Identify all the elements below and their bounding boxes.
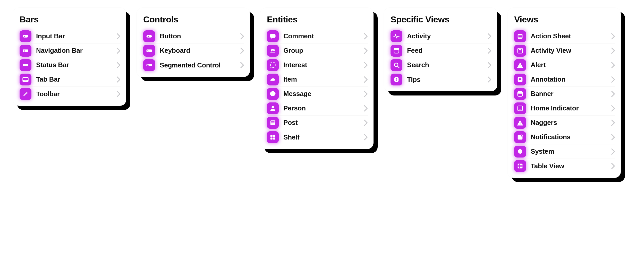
list-item-label: Input Bar <box>36 32 112 40</box>
list-item-tips[interactable]: Tips <box>391 72 492 87</box>
list-item-action-sheet[interactable]: Action Sheet <box>514 29 615 43</box>
list-item-label: Home Indicator <box>531 104 606 112</box>
card-rows: ButtonKeyboardSegmented Control <box>143 29 244 72</box>
input-bar-icon <box>20 30 31 42</box>
chevron-right-icon <box>364 105 368 112</box>
card-entities: EntitiesCommentGroupInterestItemMessageP… <box>260 8 374 149</box>
list-item-label: Shelf <box>283 133 359 141</box>
chevron-right-icon <box>364 47 368 54</box>
list-item-segmented-control[interactable]: Segmented Control <box>143 58 244 72</box>
list-item-tab-bar[interactable]: Tab Bar <box>20 72 121 87</box>
list-item-table-view[interactable]: Table View <box>514 159 615 173</box>
list-item-search[interactable]: Search <box>391 58 492 72</box>
list-item-message[interactable]: Message <box>267 87 368 101</box>
card-controls: ControlsButtonKeyboardSegmented Control <box>137 8 250 77</box>
list-item-label: System <box>531 147 606 155</box>
chevron-right-icon <box>611 163 615 169</box>
list-item-label: Toolbar <box>36 90 112 98</box>
chevron-right-icon <box>487 33 492 40</box>
chevron-right-icon <box>611 105 615 112</box>
chevron-right-icon <box>611 76 615 83</box>
comment-icon <box>267 30 279 42</box>
chevron-right-icon <box>116 91 121 97</box>
list-item-banner[interactable]: Banner <box>514 87 615 101</box>
list-item-naggers[interactable]: Naggers <box>514 116 615 130</box>
chevron-right-icon <box>364 119 368 126</box>
list-item-comment[interactable]: Comment <box>267 29 368 43</box>
list-item-label: Activity <box>407 32 483 40</box>
chevron-right-icon <box>240 62 244 68</box>
list-item-alert[interactable]: Alert <box>514 58 615 72</box>
list-item-status-bar[interactable]: Status Bar <box>20 58 121 72</box>
activity-view-icon <box>514 45 526 57</box>
button-icon <box>143 30 155 42</box>
list-item-label: Feed <box>407 47 483 55</box>
list-item-label: Search <box>407 61 483 69</box>
list-item-toolbar[interactable]: Toolbar <box>20 87 121 101</box>
list-item-label: Banner <box>531 90 606 98</box>
list-item-label: Segmented Control <box>160 61 235 69</box>
message-icon <box>267 88 279 100</box>
chevron-right-icon <box>611 134 615 141</box>
list-item-interest[interactable]: Interest <box>267 58 368 72</box>
chevron-right-icon <box>611 62 615 68</box>
component-board: BarsInput BarNavigation BarStatus BarTab… <box>0 0 644 186</box>
chevron-right-icon <box>364 91 368 97</box>
item-icon <box>267 74 279 85</box>
card-title: Bars <box>20 14 121 24</box>
card-title: Views <box>514 14 615 24</box>
chevron-right-icon <box>487 62 492 68</box>
chevron-right-icon <box>116 76 121 83</box>
list-item-post[interactable]: Post <box>267 116 368 130</box>
list-item-label: Annotation <box>531 75 606 83</box>
list-item-input-bar[interactable]: Input Bar <box>20 29 121 43</box>
toolbar-icon <box>20 88 31 100</box>
list-item-annotation[interactable]: Annotation <box>514 72 615 87</box>
group-icon <box>267 45 279 57</box>
annotation-icon <box>514 74 526 85</box>
search-icon <box>391 59 402 71</box>
list-item-button[interactable]: Button <box>143 29 244 43</box>
card-title: Specific Views <box>391 14 492 24</box>
chevron-right-icon <box>611 148 615 155</box>
card-views: ViewsAction SheetActivity ViewAlertAnnot… <box>507 8 621 178</box>
chevron-right-icon <box>611 47 615 54</box>
list-item-label: Status Bar <box>36 61 112 69</box>
alert-icon <box>514 59 526 71</box>
segmented-control-icon <box>143 59 155 71</box>
list-item-navigation-bar[interactable]: Navigation Bar <box>20 43 121 58</box>
list-item-label: Table View <box>531 162 606 170</box>
list-item-item[interactable]: Item <box>267 72 368 87</box>
chevron-right-icon <box>364 76 368 83</box>
list-item-activity-view[interactable]: Activity View <box>514 43 615 58</box>
list-item-activity[interactable]: Activity <box>391 29 492 43</box>
keyboard-icon <box>143 45 155 57</box>
chevron-right-icon <box>116 33 121 40</box>
chevron-right-icon <box>364 62 368 68</box>
tab-bar-icon <box>20 74 31 85</box>
list-item-system[interactable]: System <box>514 144 615 159</box>
list-item-label: Navigation Bar <box>36 47 112 55</box>
list-item-group[interactable]: Group <box>267 43 368 58</box>
list-item-label: Alert <box>531 61 606 69</box>
list-item-label: Message <box>283 90 359 98</box>
chevron-right-icon <box>364 33 368 40</box>
list-item-person[interactable]: Person <box>267 101 368 116</box>
chevron-right-icon <box>240 33 244 40</box>
system-icon <box>514 146 526 158</box>
list-item-keyboard[interactable]: Keyboard <box>143 43 244 58</box>
card-title: Entities <box>267 14 368 24</box>
chevron-right-icon <box>116 62 121 68</box>
chevron-right-icon <box>364 134 368 141</box>
list-item-notifications[interactable]: Notifications <box>514 130 615 144</box>
action-sheet-icon <box>514 30 526 42</box>
list-item-label: Naggers <box>531 119 606 127</box>
list-item-feed[interactable]: Feed <box>391 43 492 58</box>
card-bars: BarsInput BarNavigation BarStatus BarTab… <box>13 8 126 106</box>
list-item-home-indicator[interactable]: Home Indicator <box>514 101 615 116</box>
list-item-label: Group <box>283 47 359 55</box>
list-item-shelf[interactable]: Shelf <box>267 130 368 144</box>
chevron-right-icon <box>487 47 492 54</box>
post-icon <box>267 117 279 129</box>
chevron-right-icon <box>487 76 492 83</box>
